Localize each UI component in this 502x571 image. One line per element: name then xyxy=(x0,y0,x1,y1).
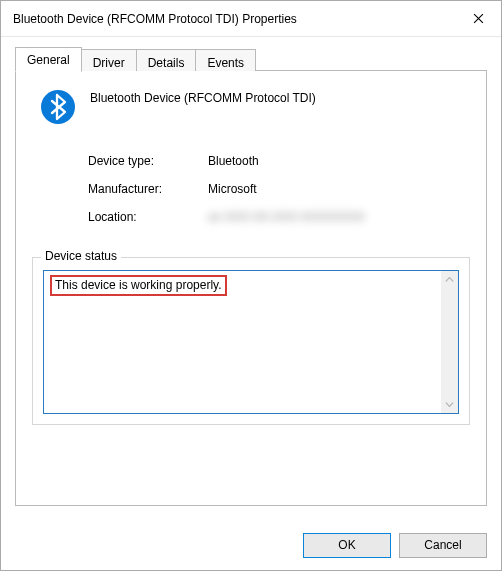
tab-details[interactable]: Details xyxy=(136,49,197,71)
tab-content-general: Bluetooth Device (RFCOMM Protocol TDI) D… xyxy=(15,70,487,506)
device-header: Bluetooth Device (RFCOMM Protocol TDI) xyxy=(40,89,470,125)
location-label: Location: xyxy=(88,210,208,224)
close-button[interactable] xyxy=(455,1,501,36)
device-status-group: Device status This device is working pro… xyxy=(32,257,470,425)
device-status-text: This device is working properly. xyxy=(50,275,227,296)
tab-general[interactable]: General xyxy=(15,47,82,72)
location-value: on XXX-XX-XXX-XXXXXXXX xyxy=(208,210,365,224)
dialog-footer: OK Cancel xyxy=(1,520,501,570)
status-scrollbar[interactable] xyxy=(441,271,458,413)
ok-button[interactable]: OK xyxy=(303,533,391,558)
scroll-down-icon xyxy=(445,400,454,409)
manufacturer-label: Manufacturer: xyxy=(88,182,208,196)
bluetooth-icon xyxy=(40,89,76,125)
properties-dialog: Bluetooth Device (RFCOMM Protocol TDI) P… xyxy=(0,0,502,571)
manufacturer-value: Microsoft xyxy=(208,182,257,196)
device-type-label: Device type: xyxy=(88,154,208,168)
window-title: Bluetooth Device (RFCOMM Protocol TDI) P… xyxy=(13,12,455,26)
device-info: Device type: Bluetooth Manufacturer: Mic… xyxy=(88,147,470,231)
device-status-box: This device is working properly. xyxy=(43,270,459,414)
scroll-up-icon xyxy=(445,275,454,284)
dialog-body: General Driver Details Events Bluetooth … xyxy=(1,37,501,520)
tab-driver[interactable]: Driver xyxy=(81,49,137,71)
tab-strip: General Driver Details Events xyxy=(15,47,487,71)
close-icon xyxy=(473,13,484,24)
device-name: Bluetooth Device (RFCOMM Protocol TDI) xyxy=(90,89,316,105)
cancel-button[interactable]: Cancel xyxy=(399,533,487,558)
titlebar: Bluetooth Device (RFCOMM Protocol TDI) P… xyxy=(1,1,501,37)
tab-events[interactable]: Events xyxy=(195,49,256,71)
device-status-legend: Device status xyxy=(41,249,121,263)
device-type-value: Bluetooth xyxy=(208,154,259,168)
